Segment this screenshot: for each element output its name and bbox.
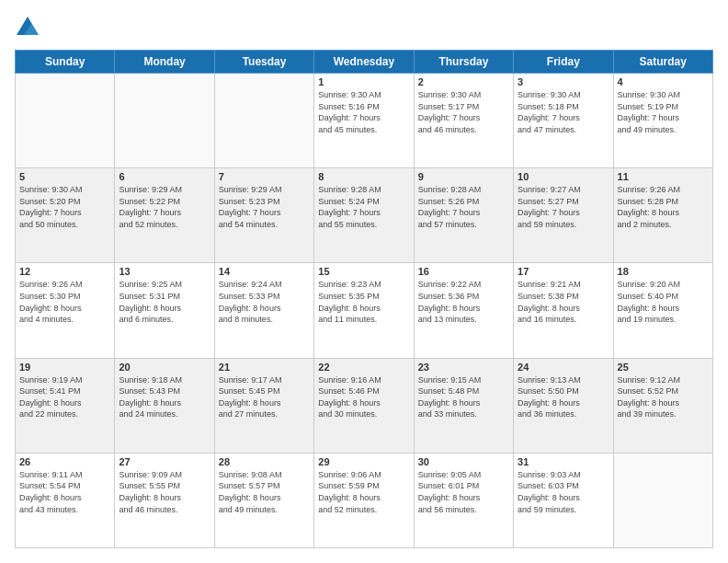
day-info: Sunrise: 9:22 AM Sunset: 5:36 PM Dayligh…	[418, 279, 509, 325]
day-cell: 10Sunrise: 9:27 AM Sunset: 5:27 PM Dayli…	[514, 168, 613, 263]
day-cell: 19Sunrise: 9:19 AM Sunset: 5:41 PM Dayli…	[16, 358, 115, 453]
day-cell: 23Sunrise: 9:15 AM Sunset: 5:48 PM Dayli…	[414, 358, 513, 453]
day-info: Sunrise: 9:30 AM Sunset: 5:20 PM Dayligh…	[19, 184, 110, 230]
day-cell: 6Sunrise: 9:29 AM Sunset: 5:22 PM Daylig…	[115, 168, 214, 263]
day-number: 13	[119, 266, 210, 277]
day-cell: 14Sunrise: 9:24 AM Sunset: 5:33 PM Dayli…	[214, 263, 313, 358]
day-number: 21	[219, 362, 310, 373]
day-cell: 5Sunrise: 9:30 AM Sunset: 5:20 PM Daylig…	[16, 168, 115, 263]
day-number: 22	[318, 362, 409, 373]
day-number: 28	[219, 456, 310, 467]
day-cell: 26Sunrise: 9:11 AM Sunset: 5:54 PM Dayli…	[16, 453, 115, 547]
day-cell: 7Sunrise: 9:29 AM Sunset: 5:23 PM Daylig…	[214, 168, 313, 263]
day-cell: 25Sunrise: 9:12 AM Sunset: 5:52 PM Dayli…	[613, 358, 712, 453]
col-header-tuesday: Tuesday	[214, 51, 313, 74]
day-cell: 28Sunrise: 9:08 AM Sunset: 5:57 PM Dayli…	[214, 453, 313, 547]
day-number: 4	[618, 76, 709, 87]
day-cell: 16Sunrise: 9:22 AM Sunset: 5:36 PM Dayli…	[414, 263, 513, 358]
day-cell: 21Sunrise: 9:17 AM Sunset: 5:45 PM Dayli…	[214, 358, 313, 453]
day-number: 9	[418, 171, 509, 182]
day-info: Sunrise: 9:20 AM Sunset: 5:40 PM Dayligh…	[618, 279, 709, 325]
day-number: 3	[518, 76, 609, 87]
day-cell: 4Sunrise: 9:30 AM Sunset: 5:19 PM Daylig…	[613, 74, 712, 168]
day-cell: 17Sunrise: 9:21 AM Sunset: 5:38 PM Dayli…	[514, 263, 613, 358]
day-info: Sunrise: 9:28 AM Sunset: 5:26 PM Dayligh…	[418, 184, 509, 230]
day-number: 18	[618, 266, 709, 277]
day-cell: 29Sunrise: 9:06 AM Sunset: 5:59 PM Dayli…	[314, 453, 414, 547]
day-cell: 31Sunrise: 9:03 AM Sunset: 6:03 PM Dayli…	[514, 453, 613, 547]
day-cell: 27Sunrise: 9:09 AM Sunset: 5:55 PM Dayli…	[115, 453, 214, 547]
day-info: Sunrise: 9:12 AM Sunset: 5:52 PM Dayligh…	[618, 374, 709, 420]
day-info: Sunrise: 9:08 AM Sunset: 5:57 PM Dayligh…	[219, 469, 310, 515]
day-info: Sunrise: 9:16 AM Sunset: 5:46 PM Dayligh…	[318, 374, 409, 420]
day-cell: 30Sunrise: 9:05 AM Sunset: 6:01 PM Dayli…	[414, 453, 513, 547]
day-info: Sunrise: 9:27 AM Sunset: 5:27 PM Dayligh…	[518, 184, 609, 230]
day-info: Sunrise: 9:03 AM Sunset: 6:03 PM Dayligh…	[518, 469, 609, 515]
col-header-saturday: Saturday	[613, 51, 712, 74]
day-number: 2	[418, 76, 509, 87]
day-info: Sunrise: 9:17 AM Sunset: 5:45 PM Dayligh…	[219, 374, 310, 420]
day-info: Sunrise: 9:23 AM Sunset: 5:35 PM Dayligh…	[318, 279, 409, 325]
day-number: 24	[518, 362, 609, 373]
day-cell	[115, 74, 214, 168]
col-header-sunday: Sunday	[16, 51, 115, 74]
day-number: 14	[219, 266, 310, 277]
page: SundayMondayTuesdayWednesdayThursdayFrid…	[0, 0, 728, 563]
day-info: Sunrise: 9:09 AM Sunset: 5:55 PM Dayligh…	[119, 469, 210, 515]
day-info: Sunrise: 9:30 AM Sunset: 5:16 PM Dayligh…	[318, 89, 409, 135]
col-header-monday: Monday	[115, 51, 214, 74]
day-info: Sunrise: 9:30 AM Sunset: 5:17 PM Dayligh…	[418, 89, 509, 135]
day-info: Sunrise: 9:15 AM Sunset: 5:48 PM Dayligh…	[418, 374, 509, 420]
day-number: 6	[119, 171, 210, 182]
day-info: Sunrise: 9:18 AM Sunset: 5:43 PM Dayligh…	[119, 374, 210, 420]
week-row-1: 1Sunrise: 9:30 AM Sunset: 5:16 PM Daylig…	[16, 74, 713, 168]
day-number: 29	[318, 456, 409, 467]
day-number: 11	[618, 171, 709, 182]
day-number: 5	[19, 171, 110, 182]
week-row-2: 5Sunrise: 9:30 AM Sunset: 5:20 PM Daylig…	[16, 168, 713, 263]
day-info: Sunrise: 9:29 AM Sunset: 5:22 PM Dayligh…	[119, 184, 210, 230]
day-cell: 1Sunrise: 9:30 AM Sunset: 5:16 PM Daylig…	[314, 74, 414, 168]
day-cell: 22Sunrise: 9:16 AM Sunset: 5:46 PM Dayli…	[314, 358, 414, 453]
day-info: Sunrise: 9:06 AM Sunset: 5:59 PM Dayligh…	[318, 469, 409, 515]
week-row-5: 26Sunrise: 9:11 AM Sunset: 5:54 PM Dayli…	[16, 453, 713, 547]
day-cell: 2Sunrise: 9:30 AM Sunset: 5:17 PM Daylig…	[414, 74, 513, 168]
day-info: Sunrise: 9:30 AM Sunset: 5:19 PM Dayligh…	[618, 89, 709, 135]
day-info: Sunrise: 9:11 AM Sunset: 5:54 PM Dayligh…	[19, 469, 110, 515]
day-number: 20	[119, 362, 210, 373]
week-row-3: 12Sunrise: 9:26 AM Sunset: 5:30 PM Dayli…	[16, 263, 713, 358]
day-number: 10	[518, 171, 609, 182]
day-cell	[214, 74, 313, 168]
day-cell: 15Sunrise: 9:23 AM Sunset: 5:35 PM Dayli…	[314, 263, 414, 358]
day-info: Sunrise: 9:28 AM Sunset: 5:24 PM Dayligh…	[318, 184, 409, 230]
header	[15, 15, 713, 40]
day-info: Sunrise: 9:26 AM Sunset: 5:28 PM Dayligh…	[618, 184, 709, 230]
day-cell: 8Sunrise: 9:28 AM Sunset: 5:24 PM Daylig…	[314, 168, 414, 263]
day-cell: 3Sunrise: 9:30 AM Sunset: 5:18 PM Daylig…	[514, 74, 613, 168]
day-cell: 13Sunrise: 9:25 AM Sunset: 5:31 PM Dayli…	[115, 263, 214, 358]
day-number: 12	[19, 266, 110, 277]
day-number: 30	[418, 456, 509, 467]
day-number: 19	[19, 362, 110, 373]
day-info: Sunrise: 9:29 AM Sunset: 5:23 PM Dayligh…	[219, 184, 310, 230]
day-number: 25	[618, 362, 709, 373]
day-number: 8	[318, 171, 409, 182]
day-number: 27	[119, 456, 210, 467]
day-info: Sunrise: 9:25 AM Sunset: 5:31 PM Dayligh…	[119, 279, 210, 325]
day-info: Sunrise: 9:05 AM Sunset: 6:01 PM Dayligh…	[418, 469, 509, 515]
day-info: Sunrise: 9:30 AM Sunset: 5:18 PM Dayligh…	[518, 89, 609, 135]
day-info: Sunrise: 9:13 AM Sunset: 5:50 PM Dayligh…	[518, 374, 609, 420]
header-row: SundayMondayTuesdayWednesdayThursdayFrid…	[16, 51, 713, 74]
day-cell: 18Sunrise: 9:20 AM Sunset: 5:40 PM Dayli…	[613, 263, 712, 358]
week-row-4: 19Sunrise: 9:19 AM Sunset: 5:41 PM Dayli…	[16, 358, 713, 453]
day-cell: 9Sunrise: 9:28 AM Sunset: 5:26 PM Daylig…	[414, 168, 513, 263]
day-cell: 12Sunrise: 9:26 AM Sunset: 5:30 PM Dayli…	[16, 263, 115, 358]
day-info: Sunrise: 9:24 AM Sunset: 5:33 PM Dayligh…	[219, 279, 310, 325]
logo-icon	[15, 15, 40, 40]
day-number: 1	[318, 76, 409, 87]
day-cell: 20Sunrise: 9:18 AM Sunset: 5:43 PM Dayli…	[115, 358, 214, 453]
col-header-wednesday: Wednesday	[314, 51, 414, 74]
day-cell: 11Sunrise: 9:26 AM Sunset: 5:28 PM Dayli…	[613, 168, 712, 263]
day-info: Sunrise: 9:19 AM Sunset: 5:41 PM Dayligh…	[19, 374, 110, 420]
day-number: 23	[418, 362, 509, 373]
